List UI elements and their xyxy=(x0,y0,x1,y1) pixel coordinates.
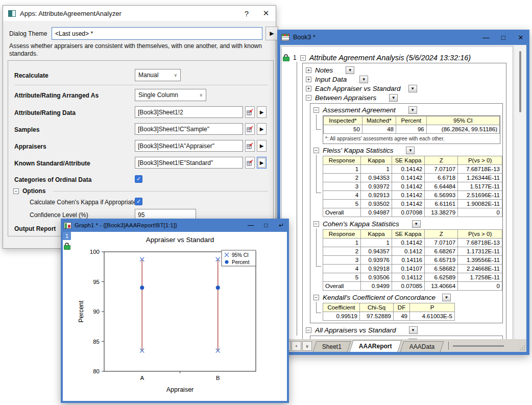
table-cell: 4 xyxy=(323,191,361,200)
y-tick-label: 95 xyxy=(93,279,100,285)
range-select-button[interactable] xyxy=(245,157,255,169)
book3-titlebar[interactable]: Book3 * — □ ✕ xyxy=(277,30,529,45)
each-appraiser-expand-toggle[interactable]: + xyxy=(306,86,311,91)
help-button[interactable]: ? xyxy=(238,6,255,21)
y-axis-label: Percent xyxy=(78,300,85,323)
between-appraisers-menu-button[interactable]: ▼ xyxy=(389,94,398,102)
field-flyout-button[interactable]: ▶ xyxy=(257,140,267,152)
table-row: 30.939720.141426.644841.5177E-11 xyxy=(323,182,502,191)
fleiss-collapse-toggle[interactable]: − xyxy=(313,148,319,153)
fleiss-kappa-table: ResponseKappaSE KappaZP(vs > 0)110.14142… xyxy=(323,156,502,217)
cohen-collapse-toggle[interactable]: − xyxy=(313,221,319,227)
graph1-titlebar[interactable]: Graph1 * - {[Book3]AAAReport!BT[1:1]} — … xyxy=(61,219,289,232)
attribute-rating-data-input[interactable] xyxy=(135,106,243,118)
restore-button[interactable]: ↵ xyxy=(274,219,289,232)
table-row: 20.943570.14126.682671.17312E-11 xyxy=(323,247,502,256)
range-select-button[interactable] xyxy=(245,106,255,118)
table-cell: 7.07107 xyxy=(425,165,458,174)
table-cell: 1 xyxy=(361,165,392,174)
table-header-cell: Response xyxy=(323,230,361,239)
y-tick-label: 80 xyxy=(93,368,100,374)
appraisers-input[interactable] xyxy=(135,140,243,152)
table-header-cell: Kappa xyxy=(361,156,392,165)
flyout-arrow-icon: ▶ xyxy=(260,160,264,165)
each-appraiser-menu-button[interactable]: ▼ xyxy=(408,85,417,92)
samples-input[interactable] xyxy=(135,123,243,135)
table-cell: 13.38279 xyxy=(425,208,458,217)
between-appraisers-heading: Between Appraisers xyxy=(315,94,376,102)
range-select-button[interactable] xyxy=(245,140,255,152)
options-collapse-toggle[interactable]: − xyxy=(13,188,19,194)
table-cell: 0.14142 xyxy=(392,182,424,191)
cohen-menu-button[interactable]: ▼ xyxy=(412,220,421,228)
book3-title: Book3 * xyxy=(293,34,316,41)
field-flyout-button-focused[interactable]: ▶ xyxy=(257,157,267,169)
kendall-menu-button[interactable]: ▼ xyxy=(442,294,451,301)
maximize-button[interactable]: □ xyxy=(258,219,274,232)
dialog-description: Assess whether appraisers are consistent… xyxy=(9,42,273,58)
resize-grip[interactable] xyxy=(519,345,525,351)
recalculate-dropdown[interactable]: Manual ∨ xyxy=(135,69,181,81)
all-appraisers-collapse-toggle[interactable]: − xyxy=(306,327,311,333)
field-flyout-button[interactable]: ▶ xyxy=(257,106,267,118)
between-appraisers-collapse-toggle[interactable]: − xyxy=(306,95,311,101)
app-icon xyxy=(8,10,16,17)
cohen-kappa-checkbox[interactable]: ✓ xyxy=(135,198,142,205)
sheet-list-button[interactable]: ∨ xyxy=(302,341,312,351)
graph-page[interactable]: 1 Appraiser vs Standard80859095100ABAppr… xyxy=(63,232,287,401)
layer1-badge[interactable]: 1 xyxy=(63,232,71,240)
assessment-collapse-toggle[interactable]: − xyxy=(313,107,319,113)
table-header-row: Inspected*Matched*Percent95% CI xyxy=(324,116,500,125)
table-cell: Overall xyxy=(323,282,361,291)
table-cell: 4.61003E-5 xyxy=(410,312,455,321)
known-standard-input[interactable] xyxy=(135,157,243,169)
minimize-button[interactable]: — xyxy=(477,30,495,45)
flyout-arrow-icon: ▶ xyxy=(270,30,274,37)
tab-aaadata[interactable]: AAAData xyxy=(400,341,444,352)
table-cell: 0.14142 xyxy=(392,239,424,247)
theme-flyout-button[interactable]: ▶ xyxy=(265,27,278,40)
tab-aaareport[interactable]: AAAReport xyxy=(349,340,401,352)
legend-percent-marker xyxy=(225,260,229,264)
close-button[interactable]: ✕ xyxy=(512,30,529,45)
minimize-button[interactable]: — xyxy=(243,219,258,232)
table-cell: Overall xyxy=(323,208,361,217)
range-select-button[interactable] xyxy=(245,123,255,135)
tree-connector xyxy=(316,302,321,313)
table-cell: 6.61161 xyxy=(425,200,458,208)
table-header-cell: Kappa xyxy=(361,230,392,239)
tab-sheet1[interactable]: Sheet1 xyxy=(313,341,351,352)
aaa-report-area[interactable]: 1 − Attribute Agreement Analysis (5/6/20… xyxy=(281,46,513,340)
vertical-scrollbar[interactable] xyxy=(515,46,525,340)
horizontal-scrollbar[interactable] xyxy=(453,344,514,348)
dialog-theme-input[interactable] xyxy=(52,27,262,40)
field-flyout-button[interactable]: ▶ xyxy=(257,123,267,135)
close-button[interactable]: ✕ xyxy=(257,6,275,21)
input-data-expand-toggle[interactable]: + xyxy=(306,77,311,82)
book3-client-area: 1 − Attribute Agreement Analysis (5/6/20… xyxy=(280,45,526,352)
dialog-titlebar[interactable]: Apps: AttributeAgreementAnalyzer xyxy=(3,6,276,21)
notes-menu-button[interactable]: ▼ xyxy=(346,66,354,74)
assessment-menu-button[interactable]: ▼ xyxy=(408,106,417,114)
options-label: Options xyxy=(22,187,45,195)
check-icon: ✓ xyxy=(136,198,141,204)
table-cell: 0.94353 xyxy=(361,174,392,182)
input-data-menu-button[interactable]: ▼ xyxy=(359,76,368,83)
add-sheet-button[interactable]: + xyxy=(292,341,301,351)
scrollbar-thumb[interactable] xyxy=(453,345,504,347)
fleiss-menu-button[interactable]: ▼ xyxy=(406,147,415,154)
maximize-button[interactable]: □ xyxy=(495,30,512,45)
scrollbar-thumb[interactable] xyxy=(519,51,521,112)
table-cell: 1.7258E-11 xyxy=(458,273,502,282)
arranged-as-dropdown[interactable]: Single Column ∨ xyxy=(135,89,206,101)
kendall-collapse-toggle[interactable]: − xyxy=(313,295,319,300)
recalculate-label: Recalculate xyxy=(14,72,49,79)
notes-expand-toggle[interactable]: + xyxy=(306,67,311,73)
table-cell: 0.14142 xyxy=(392,200,424,208)
all-appraisers-menu-button[interactable]: ▼ xyxy=(409,326,418,334)
table-header-cell: Percent xyxy=(396,116,426,125)
ordinal-data-checkbox[interactable]: ✓ xyxy=(135,175,142,183)
root-collapse-toggle[interactable]: − xyxy=(300,55,306,61)
fleiss-kappa-section: − Fleiss' Kappa Statistics ▼ ResponseKap… xyxy=(313,147,502,217)
flyout-arrow-icon: ▶ xyxy=(260,109,264,115)
